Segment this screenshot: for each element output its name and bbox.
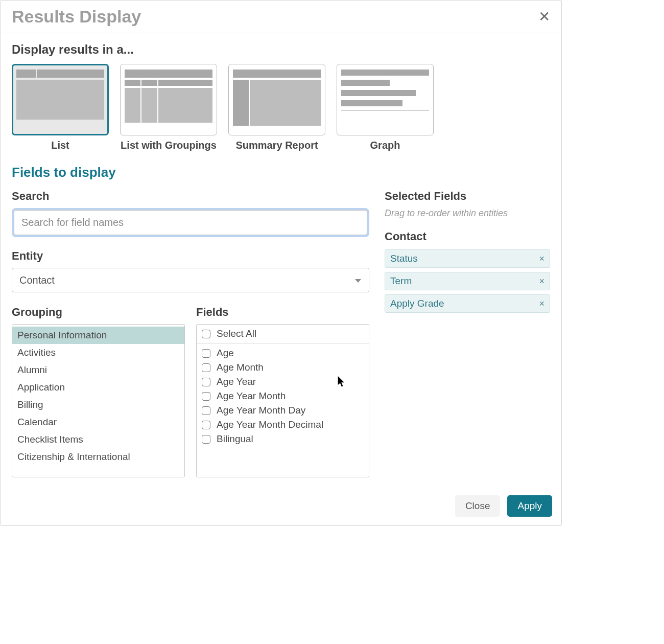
field-item[interactable]: Bilingual [197, 432, 369, 446]
remove-tag-icon[interactable]: × [539, 254, 544, 264]
grouping-list[interactable]: Personal InformationActivitiesAlumniAppl… [12, 324, 185, 477]
checkbox-icon[interactable] [202, 406, 210, 415]
grouping-item[interactable]: Checklist Items [12, 431, 184, 448]
remove-tag-icon[interactable]: × [539, 276, 544, 287]
grouping-item[interactable]: Activities [12, 344, 184, 361]
selected-list: Status×Term×Apply Grade× [385, 249, 550, 313]
entity-label: Entity [12, 249, 369, 263]
field-item[interactable]: Age Month [197, 360, 369, 375]
fields-to-display-header: Fields to display [12, 165, 550, 180]
option-list-with-groupings[interactable]: List with Groupings [120, 64, 217, 151]
checkbox-icon[interactable] [202, 392, 210, 401]
field-item[interactable]: Age [197, 346, 369, 360]
field-item[interactable]: Age Year Month [197, 389, 369, 403]
grouping-item[interactable]: Citizenship & International [12, 448, 184, 466]
checkbox-icon[interactable] [202, 421, 210, 429]
option-summary-report[interactable]: Summary Report [228, 64, 325, 151]
grouping-label: Grouping [12, 306, 185, 319]
option-label: Summary Report [235, 140, 318, 151]
fields-label: Fields [196, 306, 369, 319]
selected-tag[interactable]: Term× [385, 272, 550, 290]
apply-button[interactable]: Apply [507, 495, 552, 517]
display-options-row: List List with Groupings Summary Report [12, 64, 550, 151]
field-item[interactable]: Age Year [197, 375, 369, 389]
field-item[interactable]: Age Year Month Day [197, 403, 369, 418]
select-all-item[interactable]: Select All [197, 327, 369, 344]
search-label: Search [12, 190, 369, 203]
option-label: List with Groupings [121, 140, 217, 151]
close-button[interactable]: Close [455, 495, 501, 517]
modal-body: Display results in a... List List with G… [1, 33, 561, 477]
fields-list[interactable]: Select AllAgeAge MonthAge YearAge Year M… [196, 324, 369, 477]
selected-tag[interactable]: Status× [385, 249, 550, 268]
search-input[interactable] [14, 210, 367, 235]
option-graph[interactable]: Graph [337, 64, 434, 151]
option-label: List [51, 140, 69, 151]
grouping-item[interactable]: Billing [12, 396, 184, 413]
checkbox-icon[interactable] [202, 363, 210, 372]
selected-fields-hint: Drag to re-order within entities [385, 208, 550, 219]
grouping-item[interactable]: Calendar [12, 413, 184, 431]
modal-header: Results Display ✕ [1, 1, 561, 33]
checkbox-icon[interactable] [202, 349, 210, 358]
grouping-item[interactable]: Personal Information [12, 327, 184, 344]
grouping-item[interactable]: Alumni [12, 361, 184, 379]
search-input-wrap [12, 208, 369, 237]
selected-tag[interactable]: Apply Grade× [385, 294, 550, 313]
checkbox-icon[interactable] [202, 378, 210, 386]
modal-title: Results Display [12, 7, 141, 27]
selected-group-title: Contact [385, 230, 550, 243]
option-list[interactable]: List [12, 64, 109, 151]
close-icon[interactable]: ✕ [538, 10, 550, 24]
remove-tag-icon[interactable]: × [539, 298, 544, 309]
entity-select[interactable]: Contact [12, 268, 369, 292]
checkbox-icon[interactable] [202, 330, 210, 338]
grouping-item[interactable]: Application [12, 379, 184, 396]
checkbox-icon[interactable] [202, 435, 210, 444]
results-display-modal: Results Display ✕ Display results in a..… [0, 0, 562, 526]
selected-fields-label: Selected Fields [385, 190, 550, 203]
display-results-label: Display results in a... [12, 42, 550, 57]
modal-footer: Close Apply [1, 487, 561, 525]
option-label: Graph [370, 140, 400, 151]
field-item[interactable]: Age Year Month Decimal [197, 418, 369, 432]
